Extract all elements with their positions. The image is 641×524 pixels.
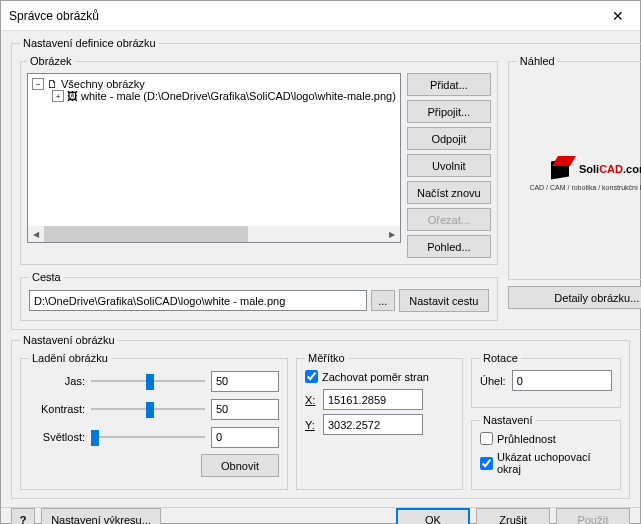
preview-group: Náhled SoliCAD.com CAD / CAM / robotika … bbox=[508, 55, 641, 280]
show-grip-label: Ukázat uchopovací okraj bbox=[497, 451, 612, 475]
tree-root-label: Všechny obrázky bbox=[61, 78, 145, 90]
definition-group: Nastavení definice obrázku Obrázek − 🗋 V… bbox=[11, 37, 641, 330]
cube-icon bbox=[547, 154, 575, 182]
contrast-slider[interactable] bbox=[91, 399, 205, 419]
close-button[interactable]: ✕ bbox=[595, 1, 640, 31]
details-button[interactable]: Detaily obrázku... bbox=[508, 286, 641, 309]
scroll-left-icon[interactable]: ◀ bbox=[28, 226, 44, 242]
dialog-window: Správce obrázků ✕ Nastavení definice obr… bbox=[0, 0, 641, 524]
logo-subtitle: CAD / CAM / robotika / konstrukční kance… bbox=[529, 184, 641, 191]
drawing-settings-button[interactable]: Nastavení výkresu... bbox=[41, 508, 161, 524]
angle-label: Úhel: bbox=[480, 375, 506, 387]
cancel-button[interactable]: Zrušit bbox=[476, 508, 550, 524]
show-grip-checkbox[interactable] bbox=[480, 457, 493, 470]
definition-legend: Nastavení definice obrázku bbox=[20, 37, 159, 49]
settings-group: Nastavení obrázku Ladění obrázku Jas: Ko… bbox=[11, 334, 630, 499]
scroll-track[interactable] bbox=[44, 226, 384, 242]
path-legend: Cesta bbox=[29, 271, 64, 283]
preview-box: SoliCAD.com CAD / CAM / robotika / konst… bbox=[517, 73, 641, 271]
add-button[interactable]: Přidat... bbox=[407, 73, 491, 96]
reset-button[interactable]: Obnovit bbox=[201, 454, 279, 477]
contrast-label: Kontrast: bbox=[29, 403, 85, 415]
folder-icon: 🗋 bbox=[47, 78, 58, 90]
options-group: Nastavení Průhlednost Ukázat uchopovací … bbox=[471, 414, 621, 490]
keep-ratio-label: Zachovat poměr stran bbox=[322, 371, 429, 383]
logo-part3: .com bbox=[623, 163, 641, 175]
contrast-input[interactable] bbox=[211, 399, 279, 420]
brightness-input[interactable] bbox=[211, 371, 279, 392]
h-scrollbar[interactable]: ◀ ▶ bbox=[28, 226, 400, 242]
angle-input[interactable] bbox=[512, 370, 612, 391]
set-path-button[interactable]: Nastavit cestu bbox=[399, 289, 489, 312]
tune-legend: Ladění obrázku bbox=[29, 352, 111, 364]
image-icon: 🖼 bbox=[67, 90, 78, 102]
fade-label: Světlost: bbox=[29, 431, 85, 443]
expand-icon[interactable]: + bbox=[52, 90, 64, 102]
logo-text: SoliCAD.com bbox=[579, 159, 641, 177]
settings-legend: Nastavení obrázku bbox=[20, 334, 118, 346]
scale-y-input[interactable] bbox=[323, 414, 423, 435]
tune-group: Ladění obrázku Jas: Kontrast: Světlost: bbox=[20, 352, 288, 490]
transparency-checkbox[interactable] bbox=[480, 432, 493, 445]
tree-item-label: white - male (D:\OneDrive\Grafika\SoliCA… bbox=[81, 90, 396, 102]
transparency-label: Průhlednost bbox=[497, 433, 556, 445]
logo-part2: CAD bbox=[599, 163, 623, 175]
release-button[interactable]: Uvolnit bbox=[407, 154, 491, 177]
image-group: Obrázek − 🗋 Všechny obrázky + bbox=[20, 55, 498, 265]
image-tree[interactable]: − 🗋 Všechny obrázky + 🖼 white - male (D:… bbox=[27, 73, 401, 243]
crop-button: Ořezat... bbox=[407, 208, 491, 231]
fade-slider[interactable] bbox=[91, 427, 205, 447]
scroll-right-icon[interactable]: ▶ bbox=[384, 226, 400, 242]
keep-ratio-checkbox[interactable] bbox=[305, 370, 318, 383]
fade-input[interactable] bbox=[211, 427, 279, 448]
preview-legend: Náhled bbox=[517, 55, 558, 67]
logo-part1: Soli bbox=[579, 163, 599, 175]
detach-button[interactable]: Odpojit bbox=[407, 127, 491, 150]
help-button[interactable]: ? bbox=[11, 508, 35, 524]
scroll-thumb[interactable] bbox=[44, 226, 248, 242]
tree-root[interactable]: − 🗋 Všechny obrázky bbox=[32, 78, 396, 90]
y-label: Y: bbox=[305, 419, 319, 431]
brightness-slider[interactable] bbox=[91, 371, 205, 391]
path-input[interactable] bbox=[29, 290, 367, 311]
browse-button[interactable]: ... bbox=[371, 290, 395, 311]
brightness-label: Jas: bbox=[29, 375, 85, 387]
tree-item[interactable]: + 🖼 white - male (D:\OneDrive\Grafika\So… bbox=[52, 90, 396, 102]
rotation-group: Rotace Úhel: bbox=[471, 352, 621, 408]
scale-legend: Měřítko bbox=[305, 352, 348, 364]
attach-button[interactable]: Připojit... bbox=[407, 100, 491, 123]
x-label: X: bbox=[305, 394, 319, 406]
path-group: Cesta ... Nastavit cestu bbox=[20, 271, 498, 321]
collapse-icon[interactable]: − bbox=[32, 78, 44, 90]
options-legend: Nastavení bbox=[480, 414, 536, 426]
scale-group: Měřítko Zachovat poměr stran X: Y: bbox=[296, 352, 463, 490]
view-button[interactable]: Pohled... bbox=[407, 235, 491, 258]
ok-button[interactable]: OK bbox=[396, 508, 470, 524]
rotation-legend: Rotace bbox=[480, 352, 521, 364]
footer: ? Nastavení výkresu... OK Zrušit Použít bbox=[1, 507, 640, 524]
apply-button: Použít bbox=[556, 508, 630, 524]
window-title: Správce obrázků bbox=[1, 9, 99, 23]
logo-image: SoliCAD.com CAD / CAM / robotika / konst… bbox=[529, 154, 641, 191]
image-legend: Obrázek bbox=[27, 55, 75, 67]
reload-button[interactable]: Načíst znovu bbox=[407, 181, 491, 204]
scale-x-input[interactable] bbox=[323, 389, 423, 410]
titlebar: Správce obrázků ✕ bbox=[1, 1, 640, 31]
